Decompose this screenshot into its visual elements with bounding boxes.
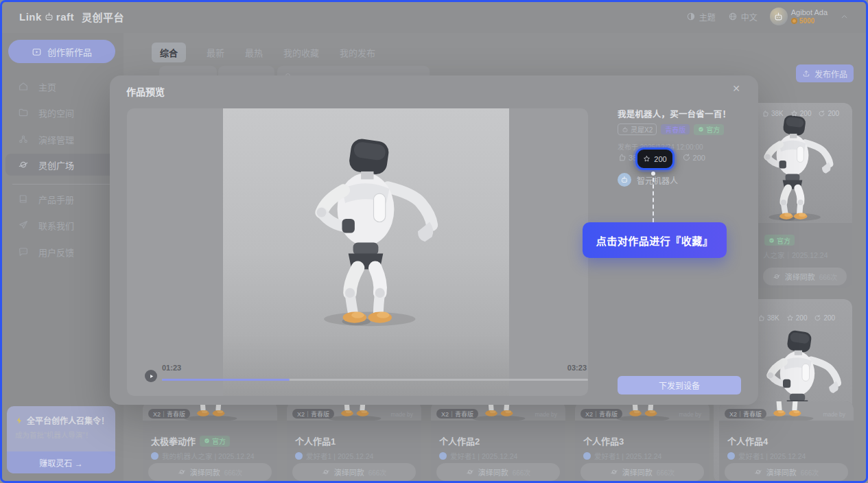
- work-title: 我是机器人，买一台省一百！: [618, 107, 748, 120]
- planet-icon: [322, 468, 330, 476]
- favorite-count: 200: [654, 155, 666, 163]
- star-icon: [786, 314, 794, 322]
- watermark: made by: [390, 411, 413, 418]
- play-button[interactable]: [145, 370, 157, 382]
- user-menu[interactable]: Agibot Ada 5000: [770, 8, 828, 25]
- remix-button[interactable]: 演绎同款 666次: [436, 463, 560, 481]
- work-card-bottom-1[interactable]: X2｜青春版 太极拳动作 官方 我的机器人之家 | 2025.12.24 演绎同…: [143, 401, 277, 483]
- thumb-up-icon: [618, 153, 626, 162]
- planet-icon: [610, 468, 618, 476]
- share-icon: [818, 110, 825, 117]
- language-switch[interactable]: 中文: [728, 11, 758, 23]
- author-avatar: [727, 452, 735, 460]
- check-badge-icon: [698, 126, 704, 132]
- share-stat[interactable]: 200: [814, 314, 835, 322]
- remix-button[interactable]: 演绎同款 666次: [292, 463, 416, 481]
- duration: 03:23: [567, 364, 587, 372]
- share-icon: [682, 153, 691, 162]
- modal-title: 作品预览: [126, 84, 165, 98]
- remix-button[interactable]: 演绎同款 666次: [725, 463, 848, 481]
- favorite-stat[interactable]: 200: [786, 314, 808, 322]
- author-row[interactable]: 智元机器人: [618, 173, 678, 187]
- publish-work-button[interactable]: 发布作品: [796, 64, 854, 82]
- current-time: 01:23: [162, 364, 181, 372]
- earn-gems-button[interactable]: 赚取灵石 →: [7, 451, 115, 473]
- share-stat[interactable]: 200: [818, 110, 839, 117]
- favorite-button-spotlight[interactable]: 200: [635, 148, 675, 170]
- folder-icon: [18, 107, 29, 118]
- sidebar-item-lingchuang-plaza[interactable]: 灵创广场: [5, 154, 119, 176]
- sidebar-item-product-manual[interactable]: 产品手册: [18, 189, 74, 209]
- sidebar-item-user-feedback[interactable]: 用户反馈: [18, 242, 74, 261]
- header-bar: Link raft 灵创平台 主题 中文 Agibot Ada: [0, 0, 868, 33]
- seek-bar[interactable]: [162, 379, 588, 381]
- work-tags: 灵犀X2 青春版 官方: [618, 123, 724, 135]
- work-card-bottom-5[interactable]: X2｜青春版 made by 个人作品4 爱好者1 | 2025.12.24 演…: [719, 401, 854, 483]
- tab-newest[interactable]: 最新: [207, 46, 224, 59]
- model-badge: X2｜青春版: [436, 409, 478, 419]
- progress-fill: [162, 379, 290, 381]
- tab-hottest[interactable]: 最热: [245, 46, 263, 59]
- like-stat[interactable]: 38K: [758, 314, 779, 322]
- connector-dot: [651, 172, 655, 176]
- planet-icon: [754, 468, 762, 476]
- work-title: 个人作品3: [583, 434, 624, 447]
- model-tag: 灵犀X2: [618, 123, 657, 135]
- video-shade: [223, 334, 509, 396]
- share-icon: [814, 314, 821, 322]
- sidebar-item-home[interactable]: 主页: [18, 77, 56, 96]
- work-card-bottom-3[interactable]: X2｜青春版 made by 个人作品2 爱好者1 | 2025.12.24 演…: [431, 401, 565, 483]
- theme-toggle[interactable]: 主题: [686, 11, 716, 23]
- sidebar-item-my-space[interactable]: 我的空间: [18, 103, 74, 122]
- tab-my-posts[interactable]: 我的发布: [340, 46, 375, 59]
- nodes-icon: [18, 134, 29, 145]
- create-work-label: 创作新作品: [47, 45, 92, 58]
- model-badge: X2｜青春版: [292, 409, 334, 419]
- official-tag: 官方: [764, 235, 795, 246]
- edition-tag: 青春版: [661, 124, 690, 134]
- feed-tabs: 综合 最新 最热 我的收藏 我的发布: [152, 43, 375, 62]
- create-work-button[interactable]: 创作新作品: [8, 40, 115, 63]
- theme-icon: [686, 12, 696, 21]
- sidebar: 创作新作品 主页 我的空间 演绎管理 灵创广场 产品手册 联系我们: [0, 33, 124, 483]
- book-icon: [18, 193, 29, 204]
- tab-my-favorites[interactable]: 我的收藏: [283, 46, 319, 59]
- author-meta: 爱好者1 | 2025.12.24: [594, 451, 661, 461]
- promo-title: 全平台创作人召集令！: [27, 414, 109, 426]
- author-meta: 我的机器人之家 | 2025.12.24: [162, 451, 255, 461]
- tab-comprehensive[interactable]: 综合: [152, 43, 186, 62]
- chevron-up-icon[interactable]: [840, 12, 849, 21]
- author-meta: 爱好者1 | 2025.12.24: [306, 451, 373, 461]
- upload-icon: [802, 69, 810, 78]
- robot-icon: [622, 126, 629, 133]
- app-window: Link raft 灵创平台 主题 中文 Agibot Ada: [0, 0, 868, 483]
- check-badge-icon: [769, 237, 775, 244]
- user-avatar: [770, 8, 788, 25]
- robot-image: [748, 108, 837, 223]
- close-icon[interactable]: ✕: [732, 83, 740, 94]
- work-card-bottom-2[interactable]: X2｜青春版 made by 个人作品1 爱好者1 | 2025.12.24 演…: [287, 401, 421, 483]
- coach-tooltip: 点击对作品进行『收藏』: [583, 222, 727, 258]
- bolt-icon: [15, 416, 23, 425]
- share-stat[interactable]: 200: [682, 153, 705, 162]
- video-player: 01:23 03:23: [127, 108, 588, 396]
- remix-button[interactable]: 演绎同款 666次: [763, 268, 847, 285]
- work-card-bottom-4[interactable]: X2｜青春版 made by 个人作品3 爱好者1 | 2025.12.24 演…: [575, 401, 709, 483]
- planet-icon: [466, 468, 474, 476]
- watermark: made by: [823, 411, 845, 418]
- star-icon: [643, 155, 650, 163]
- like-stat[interactable]: 38K: [762, 110, 784, 117]
- connector-dashed-line: [653, 178, 654, 222]
- author-avatar: [151, 452, 159, 460]
- sidebar-item-contact-us[interactable]: 联系我们: [18, 215, 74, 235]
- thumb-up-icon: [758, 314, 765, 322]
- remix-button[interactable]: 演绎同款 666次: [148, 463, 272, 481]
- work-title: 个人作品4: [727, 434, 768, 447]
- sidebar-item-performance-mgmt[interactable]: 演绎管理: [18, 130, 74, 149]
- deploy-to-device-button[interactable]: 下发到设备: [618, 376, 741, 394]
- remix-button[interactable]: 演绎同款 666次: [580, 463, 704, 481]
- favorite-stat[interactable]: 200: [790, 110, 812, 117]
- thumb-up-icon: [762, 110, 769, 117]
- official-tag: 官方: [200, 436, 230, 447]
- logo-text-suffix: raft: [56, 11, 74, 23]
